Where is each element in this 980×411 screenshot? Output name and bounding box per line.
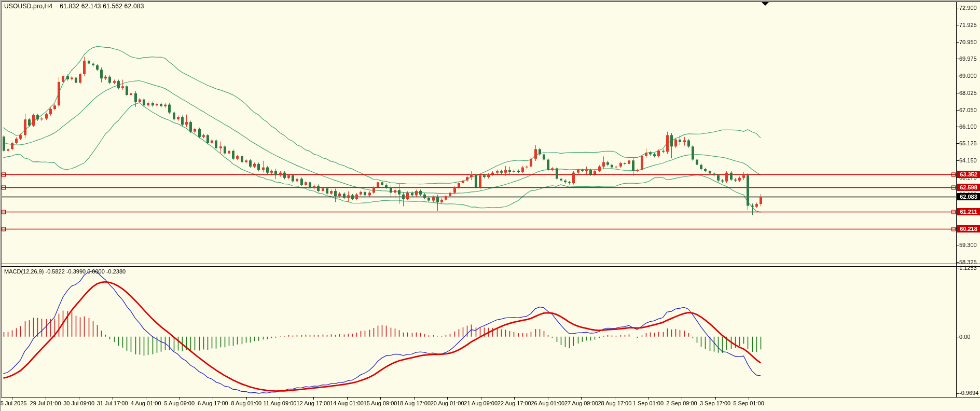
time-axis-label: 6 Aug 17:00 <box>198 400 228 406</box>
price-axis-label: 67.050 <box>959 107 977 114</box>
symbol-period-label: USOUSD.pro,H4 <box>4 3 52 10</box>
time-axis-label: 2 Sep 09:00 <box>666 400 697 406</box>
time-axis-label: 12 Aug 17:00 <box>297 400 330 406</box>
window-top-border-line <box>0 2 980 2</box>
price-axis-label: 69.975 <box>959 56 977 62</box>
price-axis-label: 66.100 <box>959 124 977 130</box>
chart-canvas[interactable] <box>0 0 980 411</box>
time-axis-label: 5 Aug 09:00 <box>164 400 195 406</box>
time-axis-label: 15 Aug 09:00 <box>364 400 397 406</box>
time-axis-label: 21 Aug 09:00 <box>464 400 498 406</box>
price-badge: 61.211 <box>957 208 980 215</box>
time-axis-label: 18 Aug 17:00 <box>397 400 431 406</box>
time-axis-label: 4 Aug 01:00 <box>131 400 161 406</box>
chart-shift-marker-icon[interactable] <box>762 2 769 6</box>
price-axis-label: 65.125 <box>959 140 977 147</box>
time-axis-label: 30 Jul 09:00 <box>63 400 94 406</box>
time-axis-label: 3 Sep 17:00 <box>700 400 730 406</box>
price-badge: 62.598 <box>957 184 980 191</box>
time-axis-label: 31 Jul 17:00 <box>97 400 128 406</box>
price-badge: 63.352 <box>957 171 980 178</box>
price-axis-label: 69.000 <box>959 73 977 79</box>
price-axis-label: 68.025 <box>959 90 977 97</box>
window-left-border-line <box>1 2 2 397</box>
price-axis-label: 72.900 <box>959 5 977 11</box>
macd-axis-zero-label: 0.00 <box>959 334 970 340</box>
time-axis-label: 27 Aug 09:00 <box>564 400 598 406</box>
ohlc-quote-label: 61.832 62.143 61.562 62.083 <box>60 3 144 10</box>
time-axis-label: 11 Aug 09:00 <box>263 400 296 406</box>
price-badge: 62.083 <box>957 193 980 200</box>
time-axis-label: 26 Aug 01:00 <box>531 400 564 406</box>
time-axis-label: 5 Sep 01:00 <box>733 400 764 406</box>
time-axis-label: 29 Jul 01:00 <box>30 400 61 406</box>
price-axis-label: 64.150 <box>959 157 977 164</box>
time-axis-label: 14 Aug 01:00 <box>330 400 364 406</box>
time-axis-label: 1 Sep 01:00 <box>633 400 664 406</box>
time-axis-label: 28 Aug 17:00 <box>598 400 631 406</box>
time-axis-label: 25 Jul 2025 <box>0 400 26 406</box>
price-axis-label: 70.950 <box>959 39 977 46</box>
macd-axis-top-label: 1.1253 <box>959 265 977 271</box>
time-axis-label: 20 Aug 01:00 <box>431 400 464 406</box>
price-axis-label: 59.300 <box>959 242 977 249</box>
macd-indicator-label: MACD(12,26,9) -0.5822 -0.3990 0.0000 -0.… <box>4 268 126 275</box>
time-axis-label: 8 Aug 01:00 <box>231 400 261 406</box>
macd-axis-bottom-label: -0.9694 <box>959 390 978 396</box>
price-axis-label: 71.925 <box>959 22 977 29</box>
time-axis-label: 22 Aug 17:00 <box>498 400 531 406</box>
chart-window: USOUSD.pro,H461.832 62.143 61.562 62.083… <box>0 0 980 411</box>
price-badge: 60.218 <box>957 225 980 232</box>
chart-title: USOUSD.pro,H461.832 62.143 61.562 62.083 <box>4 3 144 10</box>
